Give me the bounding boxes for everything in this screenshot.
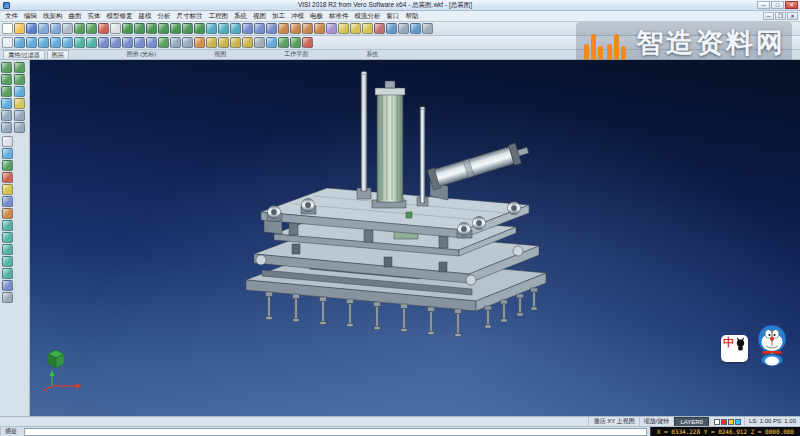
menu-item[interactable]: 帮助 bbox=[403, 12, 422, 21]
explode-icon[interactable] bbox=[2, 208, 13, 219]
color-swatch[interactable] bbox=[728, 419, 734, 425]
curve-icon[interactable] bbox=[170, 23, 181, 34]
section-icon[interactable] bbox=[374, 23, 385, 34]
gas-spring-column[interactable] bbox=[372, 81, 406, 208]
circle-icon[interactable] bbox=[158, 23, 169, 34]
minimize-button[interactable]: ─ bbox=[757, 1, 770, 9]
doc-close-button[interactable]: ✕ bbox=[787, 12, 798, 20]
color-swatch[interactable] bbox=[735, 419, 741, 425]
profile-icon[interactable] bbox=[194, 23, 205, 34]
select-arrow-icon[interactable] bbox=[2, 37, 13, 48]
workplane-custom-icon[interactable] bbox=[242, 37, 253, 48]
print-icon[interactable] bbox=[62, 23, 73, 34]
menu-item[interactable]: 冲模 bbox=[288, 12, 307, 21]
layer-indicator[interactable]: LAYER0 bbox=[674, 417, 709, 427]
wireframe-view-icon[interactable] bbox=[170, 37, 181, 48]
render-icon[interactable] bbox=[410, 23, 421, 34]
refresh-icon[interactable] bbox=[302, 37, 313, 48]
air-cylinder[interactable] bbox=[427, 140, 531, 200]
workplane-xz-icon[interactable] bbox=[218, 37, 229, 48]
zoom-out-icon[interactable] bbox=[38, 37, 49, 48]
visibility-icon[interactable] bbox=[2, 160, 13, 171]
extrude-icon[interactable] bbox=[254, 23, 265, 34]
redo-icon[interactable] bbox=[86, 23, 97, 34]
rotate-icon[interactable] bbox=[2, 244, 13, 255]
filters-icon[interactable] bbox=[290, 37, 301, 48]
workplane-xy-icon[interactable] bbox=[206, 37, 217, 48]
loft-icon[interactable] bbox=[218, 23, 229, 34]
layers-manager-icon[interactable] bbox=[266, 37, 277, 48]
front-view-icon[interactable] bbox=[110, 37, 121, 48]
side-view-icon[interactable] bbox=[122, 37, 133, 48]
surface-icon[interactable] bbox=[206, 23, 217, 34]
group-icon[interactable] bbox=[2, 196, 13, 207]
properties-icon[interactable] bbox=[2, 292, 13, 303]
edge-icon[interactable] bbox=[1, 74, 12, 85]
arc-icon[interactable] bbox=[146, 23, 157, 34]
boolean-union-icon[interactable] bbox=[278, 23, 289, 34]
menu-item[interactable]: 标准件 bbox=[326, 12, 352, 21]
menu-item[interactable]: 分析 bbox=[155, 12, 174, 21]
menu-item[interactable]: 编辑 bbox=[21, 12, 40, 21]
move-icon[interactable] bbox=[2, 232, 13, 243]
color-swatch[interactable] bbox=[714, 419, 720, 425]
menu-item[interactable]: 工程图 bbox=[206, 12, 232, 21]
iso-view-icon[interactable] bbox=[134, 37, 145, 48]
vertex-icon[interactable] bbox=[14, 62, 25, 73]
panel-tab[interactable]: 图层 bbox=[47, 50, 69, 59]
transform-icon[interactable] bbox=[2, 220, 13, 231]
line-icon[interactable] bbox=[134, 23, 145, 34]
options-icon[interactable] bbox=[422, 23, 433, 34]
axonometric-view-icon[interactable] bbox=[146, 37, 157, 48]
solid-box-icon[interactable] bbox=[242, 23, 253, 34]
rectangle-icon[interactable] bbox=[182, 23, 193, 34]
system-settings-icon[interactable] bbox=[254, 37, 265, 48]
export-icon[interactable] bbox=[50, 23, 61, 34]
zoom-window-icon[interactable] bbox=[50, 37, 61, 48]
workplane-yz-icon[interactable] bbox=[230, 37, 241, 48]
import-icon[interactable] bbox=[38, 23, 49, 34]
snap-end-icon[interactable] bbox=[14, 122, 25, 133]
guide-rod-tall[interactable] bbox=[357, 72, 371, 199]
pan-icon[interactable] bbox=[14, 37, 25, 48]
hole-icon[interactable] bbox=[326, 23, 337, 34]
axis-icon[interactable] bbox=[1, 98, 12, 109]
zoom-in-icon[interactable] bbox=[26, 37, 37, 48]
hidden-line-icon[interactable] bbox=[182, 37, 193, 48]
fillet-icon[interactable] bbox=[302, 23, 313, 34]
menu-item[interactable]: 实体 bbox=[85, 12, 104, 21]
menu-item[interactable]: 系统 bbox=[231, 12, 250, 21]
close-button[interactable]: ✕ bbox=[785, 1, 798, 9]
snap-center-icon[interactable] bbox=[1, 122, 12, 133]
maximize-button[interactable]: □ bbox=[771, 1, 784, 9]
snap-label[interactable]: 捕捉 bbox=[0, 427, 21, 436]
scale-icon[interactable] bbox=[2, 268, 13, 279]
viewport-3d[interactable]: 中 bbox=[30, 60, 800, 416]
menu-item[interactable]: 曲面 bbox=[66, 12, 85, 21]
body-icon[interactable] bbox=[1, 86, 12, 97]
menu-item[interactable]: 窗口 bbox=[384, 12, 403, 21]
menu-item[interactable]: 线架构 bbox=[40, 12, 66, 21]
snap-grid-icon[interactable] bbox=[1, 110, 12, 121]
shade-icon[interactable] bbox=[386, 23, 397, 34]
sweep-icon[interactable] bbox=[230, 23, 241, 34]
rotate-view-icon[interactable] bbox=[74, 37, 85, 48]
top-view-icon[interactable] bbox=[98, 37, 109, 48]
doc-minimize-button[interactable]: ─ bbox=[763, 12, 774, 20]
menu-item[interactable]: 尺寸标注 bbox=[174, 12, 206, 21]
cad-model-die-assembly[interactable] bbox=[234, 64, 564, 364]
point-icon[interactable] bbox=[122, 23, 133, 34]
attributes-icon[interactable] bbox=[278, 37, 289, 48]
doc-restore-button[interactable]: ❐ bbox=[775, 12, 786, 20]
shaded-view-icon[interactable] bbox=[158, 37, 169, 48]
menu-item[interactable]: 模型修复 bbox=[104, 12, 136, 21]
array-icon[interactable] bbox=[2, 280, 13, 291]
annotate-icon[interactable] bbox=[362, 23, 373, 34]
undo-icon[interactable] bbox=[74, 23, 85, 34]
menu-item[interactable]: 模流分析 bbox=[352, 12, 384, 21]
open-folder-icon[interactable] bbox=[14, 23, 25, 34]
new-file-icon[interactable] bbox=[2, 23, 13, 34]
menu-item[interactable]: 建模 bbox=[136, 12, 155, 21]
face-icon[interactable] bbox=[14, 74, 25, 85]
plane-icon[interactable] bbox=[14, 86, 25, 97]
